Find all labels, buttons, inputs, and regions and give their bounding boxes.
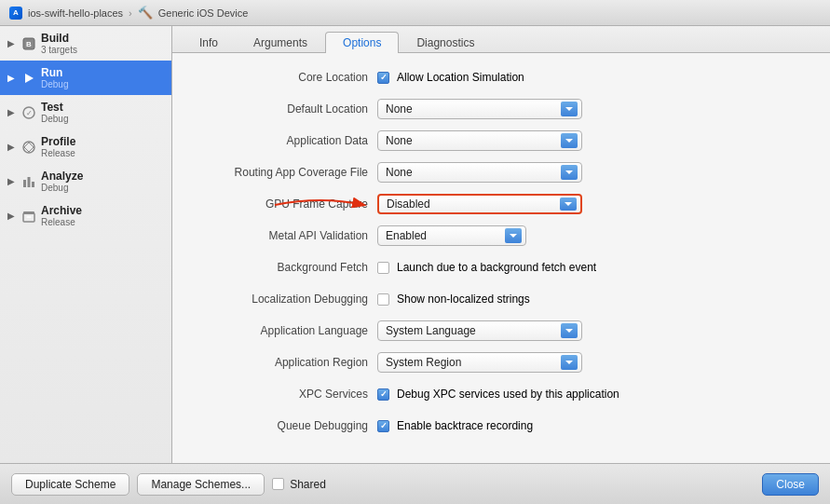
shared-checkbox-group: Shared (272, 478, 326, 491)
queue-debugging-label: Queue Debugging (191, 419, 377, 432)
svg-rect-7 (32, 182, 34, 187)
svg-rect-9 (23, 211, 34, 214)
background-fetch-text: Launch due to a background fetch event (397, 261, 596, 274)
default-location-dropdown-arrow (561, 102, 578, 116)
localization-checkbox[interactable] (377, 293, 389, 306)
analyze-label: Analyze (41, 170, 83, 183)
profile-subtitle: Release (41, 148, 75, 158)
metal-api-label: Metal API Validation (191, 229, 377, 242)
default-location-row: Default Location None (191, 98, 811, 120)
app-language-value: System Language (377, 320, 811, 341)
bottom-bar: Duplicate Scheme Manage Schemes... Share… (0, 463, 830, 504)
routing-app-dropdown-arrow (561, 165, 578, 180)
bottom-left: Duplicate Scheme Manage Schemes... Share… (11, 473, 326, 496)
tab-options[interactable]: Options (325, 32, 399, 53)
app-language-dropdown-arrow (561, 323, 578, 338)
app-language-label: Application Language (191, 324, 377, 337)
arrow-profile: ▶ (7, 142, 17, 152)
default-location-dropdown[interactable]: None (377, 99, 582, 119)
archive-icon (21, 209, 36, 224)
allow-location-text: Allow Location Simulation (397, 71, 524, 84)
shared-checkbox[interactable] (272, 478, 284, 490)
queue-debugging-checkbox[interactable] (377, 420, 389, 432)
xpc-services-value: Debug XPC services used by this applicat… (377, 388, 811, 401)
sidebar-item-analyze[interactable]: ▶ Analyze Debug (0, 164, 171, 198)
xpc-services-row: XPC Services Debug XPC services used by … (191, 383, 811, 405)
arrow-run: ▶ (7, 73, 17, 83)
tabs-bar: Info Arguments Options Diagnostics (172, 26, 830, 53)
allow-location-checkbox[interactable] (377, 72, 389, 84)
sidebar-item-build[interactable]: ▶ B Build 3 targets (0, 26, 171, 61)
routing-app-value: None (377, 162, 811, 183)
localization-value: Show non-localized strings (377, 293, 811, 306)
app-region-dropdown[interactable]: System Region (377, 352, 582, 373)
core-location-label: Core Location (191, 71, 377, 84)
sidebar-item-test[interactable]: ▶ ✓ Test Debug (0, 95, 171, 129)
app-region-dropdown-text: System Region (386, 356, 461, 369)
app-region-dropdown-arrow (561, 355, 578, 370)
app-region-value: System Region (377, 352, 811, 373)
breadcrumb-separator: › (129, 7, 132, 19)
test-label: Test (41, 101, 68, 114)
xpc-services-checkbox[interactable] (377, 388, 389, 401)
shared-label: Shared (290, 478, 326, 491)
application-data-dropdown-arrow (561, 133, 578, 148)
svg-rect-6 (28, 177, 31, 187)
manage-schemes-button[interactable]: Manage Schemes... (137, 473, 265, 496)
app-language-row: Application Language System Language (191, 320, 811, 342)
run-text: Run Debug (41, 66, 68, 89)
test-subtitle: Debug (41, 114, 68, 124)
analyze-icon (21, 174, 36, 189)
default-location-label: Default Location (191, 102, 377, 116)
xpc-services-text: Debug XPC services used by this applicat… (397, 388, 619, 401)
sidebar-item-archive[interactable]: ▶ Archive Release (0, 198, 171, 233)
duplicate-scheme-button[interactable]: Duplicate Scheme (11, 473, 129, 496)
metal-api-dropdown-arrow (505, 228, 522, 243)
svg-point-4 (23, 142, 34, 153)
run-icon (21, 71, 36, 86)
sidebar-item-run[interactable]: ▶ Run Debug (0, 61, 171, 95)
metal-api-dropdown[interactable]: Enabled (377, 225, 526, 246)
build-label: Build (41, 32, 77, 45)
archive-label: Archive (41, 204, 82, 217)
settings-panel: Core Location Allow Location Simulation … (172, 53, 830, 463)
project-name: ios-swift-hello-places (28, 7, 123, 19)
background-fetch-row: Background Fetch Launch due to a backgro… (191, 256, 811, 279)
app-language-dropdown-text: System Language (386, 324, 476, 337)
tab-arguments[interactable]: Arguments (236, 32, 325, 53)
default-location-value: None (377, 99, 811, 119)
localization-row: Localization Debugging Show non-localize… (191, 288, 811, 310)
core-location-value: Allow Location Simulation (377, 71, 811, 84)
application-data-dropdown[interactable]: None (377, 130, 582, 151)
tab-info[interactable]: Info (182, 32, 236, 53)
archive-subtitle: Release (41, 217, 82, 227)
build-subtitle: 3 targets (41, 45, 77, 55)
gpu-frame-dropdown[interactable]: Disabled (377, 194, 582, 214)
build-text: Build 3 targets (41, 32, 77, 55)
gpu-frame-dropdown-text: Disabled (387, 198, 430, 211)
build-icon: B (21, 36, 36, 51)
title-bar: A ios-swift-hello-places › 🔨 Generic iOS… (0, 0, 830, 26)
background-fetch-checkbox[interactable] (377, 262, 389, 274)
sidebar-item-profile[interactable]: ▶ Profile Release (0, 129, 171, 164)
device-name: Generic iOS Device (158, 7, 249, 19)
metal-api-row: Metal API Validation Enabled (191, 225, 811, 247)
gpu-frame-row: GPU Frame Capture Disabled (191, 193, 811, 215)
arrow-archive: ▶ (7, 211, 17, 221)
application-data-value: None (377, 130, 811, 151)
close-button[interactable]: Close (762, 473, 819, 496)
metal-api-value: Enabled (377, 225, 811, 246)
profile-icon (21, 140, 36, 155)
routing-app-dropdown-text: None (386, 166, 413, 179)
routing-app-dropdown[interactable]: None (377, 162, 582, 183)
default-location-dropdown-text: None (386, 102, 413, 116)
arrow-analyze: ▶ (7, 176, 17, 186)
application-data-label: Application Data (191, 134, 377, 147)
analyze-subtitle: Debug (41, 183, 83, 193)
tab-diagnostics[interactable]: Diagnostics (399, 32, 492, 53)
app-language-dropdown[interactable]: System Language (377, 320, 582, 341)
application-data-row: Application Data None (191, 129, 811, 152)
gpu-frame-value: Disabled (377, 194, 811, 214)
routing-app-row: Routing App Coverage File None (191, 161, 811, 184)
test-icon: ✓ (21, 105, 36, 120)
